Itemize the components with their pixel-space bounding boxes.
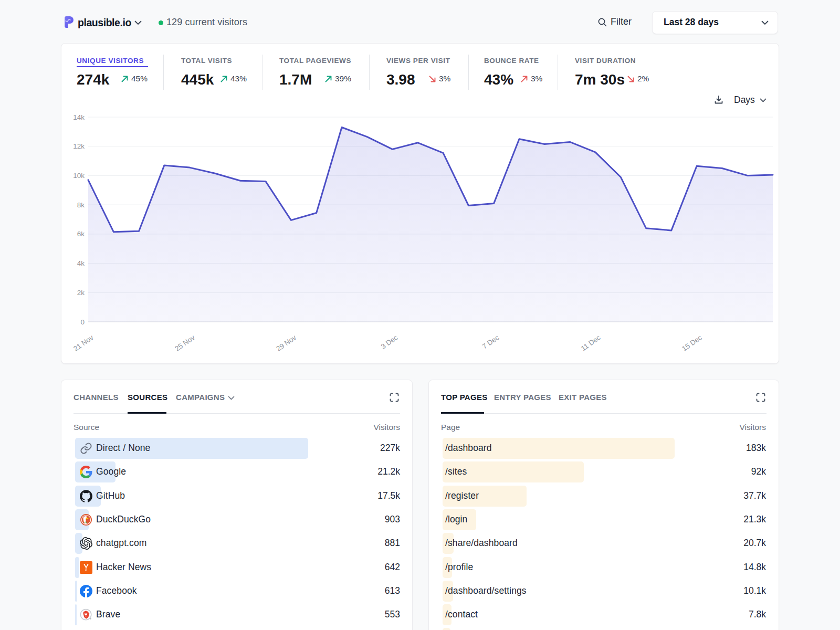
svg-text:29 Nov: 29 Nov — [275, 333, 298, 353]
svg-text:25 Nov: 25 Nov — [173, 333, 196, 353]
svg-text:0: 0 — [80, 318, 85, 326]
svg-text:7 Dec: 7 Dec — [481, 333, 501, 351]
svg-text:6k: 6k — [77, 230, 85, 238]
svg-text:15 Dec: 15 Dec — [680, 333, 704, 353]
svg-text:10k: 10k — [73, 172, 85, 180]
svg-text:11 Dec: 11 Dec — [580, 333, 602, 352]
svg-text:2k: 2k — [77, 289, 85, 297]
svg-text:3 Dec: 3 Dec — [380, 333, 400, 351]
svg-text:14k: 14k — [73, 113, 85, 121]
svg-text:21 Nov: 21 Nov — [72, 333, 95, 353]
svg-text:4k: 4k — [77, 259, 85, 267]
svg-text:12k: 12k — [73, 142, 85, 150]
svg-text:8k: 8k — [77, 201, 85, 209]
